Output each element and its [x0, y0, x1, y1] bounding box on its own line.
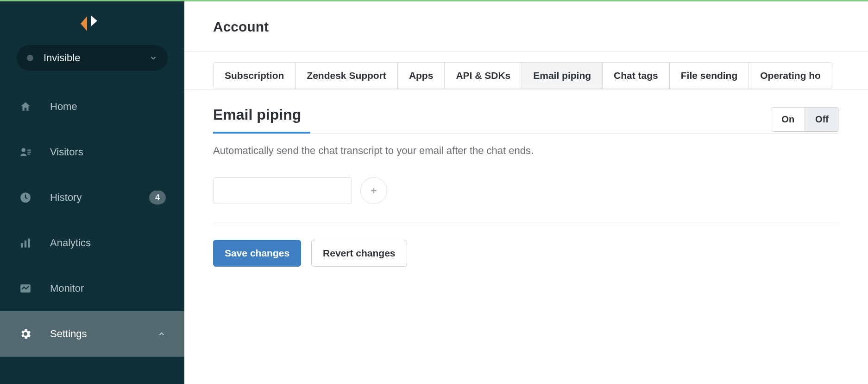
sidebar-item-label: Visitors: [50, 146, 83, 158]
sidebar-item-settings[interactable]: Settings: [0, 311, 184, 357]
plus-icon: [369, 186, 378, 195]
svg-rect-6: [25, 241, 26, 248]
sidebar-item-monitor[interactable]: Monitor: [0, 266, 184, 311]
sidebar-nav: Home Visitors History 4 Analytics Moni: [0, 84, 184, 357]
tab-api-sdks[interactable]: API & SDKs: [445, 63, 522, 89]
add-email-button[interactable]: [360, 177, 387, 204]
status-dot-icon: [27, 55, 33, 61]
activity-icon: [19, 282, 32, 294]
svg-rect-3: [27, 154, 30, 154]
main-content: Account Subscription Zendesk Support App…: [184, 1, 868, 384]
svg-rect-2: [27, 152, 31, 153]
home-icon: [19, 101, 32, 113]
sidebar-item-label: History: [50, 192, 82, 204]
status-label: Invisible: [44, 52, 149, 64]
clock-icon: [19, 192, 32, 204]
status-selector[interactable]: Invisible: [17, 45, 168, 71]
tab-strip: Subscription Zendesk Support Apps API & …: [213, 62, 832, 89]
tabs-row: Subscription Zendesk Support Apps API & …: [184, 52, 868, 90]
bar-chart-icon: [19, 237, 32, 249]
sidebar-item-visitors[interactable]: Visitors: [0, 129, 184, 175]
sidebar-item-history[interactable]: History 4: [0, 175, 184, 220]
history-badge: 4: [149, 191, 166, 205]
toggle-on-button[interactable]: On: [771, 108, 805, 131]
section-head: Email piping On Off: [213, 106, 839, 134]
toggle-off-button[interactable]: Off: [805, 108, 839, 131]
tab-zendesk-support[interactable]: Zendesk Support: [296, 63, 398, 89]
tab-chat-tags[interactable]: Chat tags: [603, 63, 670, 89]
svg-point-0: [21, 148, 25, 152]
svg-rect-7: [28, 238, 30, 248]
sidebar-item-home[interactable]: Home: [0, 84, 184, 129]
save-button[interactable]: Save changes: [213, 240, 301, 267]
section-description: Automatically send the chat transcript t…: [213, 145, 839, 157]
actions-row: Save changes Revert changes: [213, 240, 839, 267]
email-row: [213, 177, 839, 223]
revert-button[interactable]: Revert changes: [311, 240, 407, 267]
chevron-up-icon: [157, 330, 166, 338]
tab-operating-hours[interactable]: Operating ho: [749, 63, 832, 89]
email-piping-section: Email piping On Off Automatically send t…: [184, 90, 868, 283]
logo-icon: [80, 15, 105, 32]
tab-subscription[interactable]: Subscription: [214, 63, 296, 89]
page-title: Account: [213, 19, 839, 35]
sidebar-item-analytics[interactable]: Analytics: [0, 220, 184, 266]
app-logo: [0, 1, 184, 45]
email-input[interactable]: [213, 177, 352, 204]
email-piping-toggle: On Off: [771, 107, 839, 132]
sidebar: Invisible Home Visitors History 4: [0, 1, 184, 384]
section-title-wrap: Email piping: [213, 106, 771, 133]
section-title: Email piping: [213, 106, 310, 134]
page-header: Account: [184, 1, 868, 52]
sidebar-item-label: Home: [50, 101, 77, 113]
tab-apps[interactable]: Apps: [398, 63, 445, 89]
svg-rect-1: [27, 150, 31, 151]
sidebar-item-label: Monitor: [50, 282, 84, 294]
visitors-icon: [19, 146, 32, 158]
chevron-down-icon: [149, 54, 157, 62]
svg-rect-5: [21, 243, 23, 248]
tab-file-sending[interactable]: File sending: [670, 63, 749, 89]
tab-email-piping[interactable]: Email piping: [522, 63, 603, 89]
sidebar-item-label: Analytics: [50, 237, 91, 249]
sidebar-item-label: Settings: [50, 328, 87, 340]
gear-icon: [19, 327, 32, 340]
